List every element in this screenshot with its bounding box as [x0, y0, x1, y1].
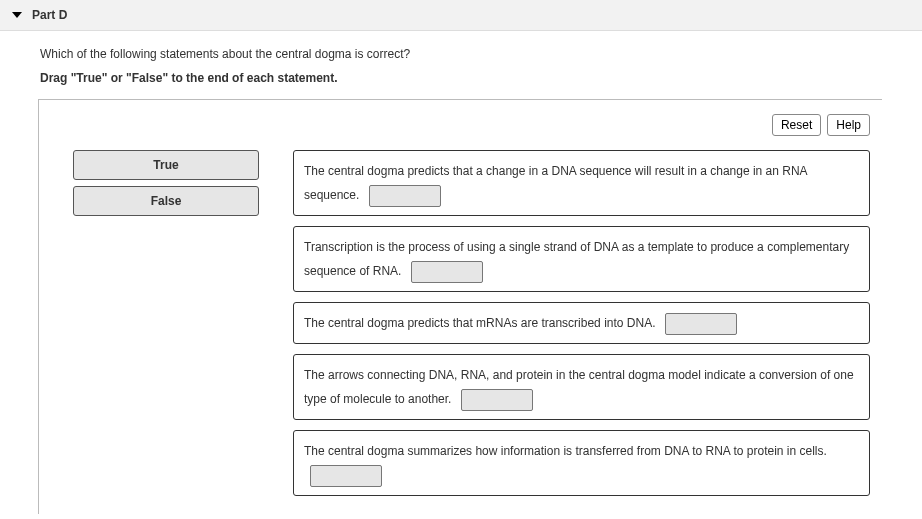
- question-instruction: Drag "True" or "False" to the end of eac…: [40, 71, 882, 85]
- question-area: Which of the following statements about …: [0, 31, 922, 514]
- toolbar: Reset Help: [39, 114, 882, 150]
- statement-row: The central dogma predicts that mRNAs ar…: [293, 302, 870, 344]
- statement-row: Transcription is the process of using a …: [293, 226, 870, 292]
- statement-row: The arrows connecting DNA, RNA, and prot…: [293, 354, 870, 420]
- help-button[interactable]: Help: [827, 114, 870, 136]
- drop-slot[interactable]: [665, 313, 737, 335]
- part-title: Part D: [32, 8, 67, 22]
- statement-text: The arrows connecting DNA, RNA, and prot…: [304, 368, 854, 406]
- statement-text: Transcription is the process of using a …: [304, 240, 849, 278]
- question-prompt: Which of the following statements about …: [40, 47, 882, 61]
- drag-zone: True False The central dogma predicts th…: [39, 150, 882, 500]
- bin-true[interactable]: True: [73, 150, 259, 180]
- statement-text: The central dogma summarizes how informa…: [304, 444, 827, 458]
- part-header: Part D: [0, 0, 922, 31]
- reset-button[interactable]: Reset: [772, 114, 821, 136]
- statements-list: The central dogma predicts that a change…: [293, 150, 870, 496]
- statement-text: The central dogma predicts that mRNAs ar…: [304, 316, 655, 330]
- statement-row: The central dogma summarizes how informa…: [293, 430, 870, 496]
- collapse-caret-icon[interactable]: [12, 12, 22, 18]
- statement-row: The central dogma predicts that a change…: [293, 150, 870, 216]
- drop-slot[interactable]: [461, 389, 533, 411]
- bin-false[interactable]: False: [73, 186, 259, 216]
- drop-slot[interactable]: [411, 261, 483, 283]
- drop-slot[interactable]: [369, 185, 441, 207]
- drop-slot[interactable]: [310, 465, 382, 487]
- answer-bins: True False: [73, 150, 259, 216]
- work-panel: Reset Help True False The central dogma …: [38, 99, 882, 514]
